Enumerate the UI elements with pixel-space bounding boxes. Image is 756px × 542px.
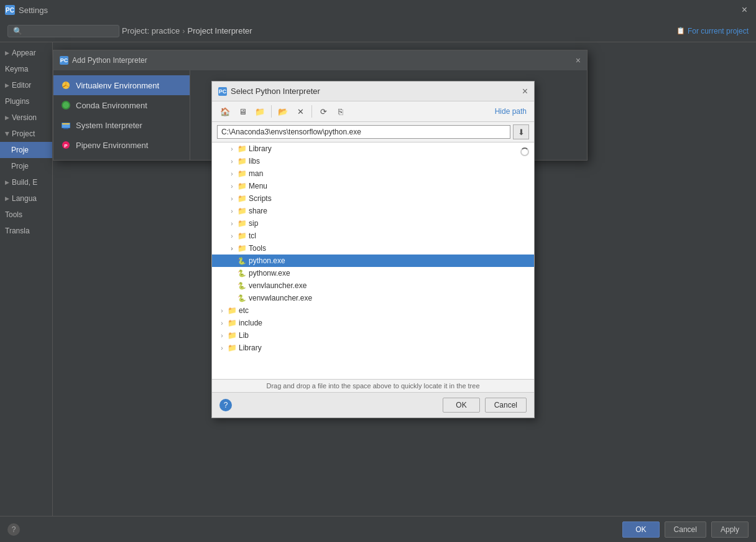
type-conda[interactable]: Conda Environment (53, 95, 190, 115)
tree-item-venvlauncher[interactable]: 🐍 venvlauncher.exe (212, 279, 534, 292)
folder-icon: 📁 (227, 318, 237, 328)
sidebar-item-transla[interactable]: Transla (0, 223, 52, 239)
tree-toggle-sip[interactable]: › (227, 218, 237, 228)
tree-toggle-libs[interactable]: › (227, 156, 237, 166)
bottom-bar: ? OK Cancel Apply (0, 516, 756, 542)
pipenv-icon: P (61, 140, 71, 150)
tree-item-library2[interactable]: › 📁 Library (212, 342, 534, 354)
sidebar-item-proje-active[interactable]: Proje (0, 142, 52, 158)
tree-label-libs: libs (249, 157, 534, 166)
tree-item-menu[interactable]: › 📁 Menu (212, 180, 534, 192)
add-interpreter-close-button[interactable]: × (576, 55, 581, 65)
sidebar-item-appear[interactable]: ▶ Appear (0, 45, 52, 61)
tree-toggle-library[interactable]: › (227, 144, 237, 154)
tree-item-tcl[interactable]: › 📁 tcl (212, 230, 534, 242)
dialog-help-button[interactable]: ? (219, 399, 232, 411)
toolbar-refresh-button[interactable]: ⟳ (315, 104, 331, 119)
tree-label-library2: Library (239, 343, 534, 352)
help-button[interactable]: ? (7, 523, 20, 536)
toolbar-copy-button[interactable]: ⎘ (333, 104, 349, 119)
tree-toggle-include[interactable]: › (217, 318, 227, 328)
sidebar-item-version[interactable]: ▶ Version (0, 110, 52, 126)
toolbar-separator-1 (271, 105, 272, 118)
sidebar-item-build[interactable]: ▶ Build, E (0, 174, 52, 190)
dialog-download-button[interactable]: ⬇ (513, 124, 529, 139)
sidebar-item-tools[interactable]: Tools (0, 207, 52, 223)
tree-item-pythonwexe[interactable]: 🐍 pythonw.exe (212, 267, 534, 279)
tree-item-man[interactable]: › 📁 man (212, 167, 534, 180)
folder-icon: 📁 (237, 231, 247, 241)
file-tree[interactable]: › 📁 Library › 📁 libs › 📁 man › 📁 Menu › … (212, 143, 534, 379)
sidebar-item-editor[interactable]: ▶ Editor (0, 77, 52, 93)
tree-label-man: man (249, 169, 534, 178)
folder-icon: 📁 (227, 343, 237, 353)
add-interpreter-title: Add Python Interpreter (72, 56, 147, 65)
tree-item-pythonexe[interactable]: 🐍 python.exe (212, 255, 534, 267)
tree-item-include[interactable]: › 📁 include (212, 317, 534, 329)
tree-item-venvwlauncher[interactable]: 🐍 venvwlauncher.exe (212, 292, 534, 304)
virtualenv-icon (61, 80, 71, 90)
tree-item-share[interactable]: › 📁 share (212, 205, 534, 217)
type-system[interactable]: System Interpreter (53, 115, 190, 135)
bottom-ok-button[interactable]: OK (622, 521, 659, 538)
dialog-buttons: ? OK Cancel (212, 392, 534, 418)
titlebar-left: PC Settings (5, 5, 48, 15)
titlebar-close-button[interactable]: × (738, 3, 751, 17)
type-virtualenv[interactable]: Virtualenv Environment (53, 75, 190, 95)
folder-icon: 📁 (227, 330, 237, 340)
tree-toggle-scripts[interactable]: › (227, 194, 237, 203)
type-pipenv[interactable]: P Pipenv Environment (53, 135, 190, 155)
sidebar: ▶ Appear Keyma ▶ Editor Plugins ▶ Versio… (0, 42, 53, 542)
dialog-cancel-button[interactable]: Cancel (485, 398, 527, 413)
tree-item-library[interactable]: › 📁 Library (212, 143, 534, 155)
file-icon-python: 🐍 (237, 256, 247, 266)
sidebar-item-plugins[interactable]: Plugins (0, 93, 52, 110)
tree-toggle-etc[interactable]: › (217, 306, 227, 315)
folder-icon: 📁 (237, 206, 247, 216)
dialog-toolbar: 🏠 🖥 📁 📂 ✕ ⟳ ⎘ Hide path (212, 101, 534, 122)
system-icon (61, 120, 71, 130)
for-current-project-link[interactable]: 📋 For current project (676, 27, 749, 35)
tree-toggle-menu[interactable]: › (227, 181, 237, 191)
sidebar-item-keyma[interactable]: Keyma (0, 61, 52, 77)
bottom-apply-button[interactable]: Apply (711, 521, 749, 538)
tree-item-scripts[interactable]: › 📁 Scripts (212, 192, 534, 205)
breadcrumb-project[interactable]: Project: practice (122, 26, 180, 35)
toolbar-nav-button[interactable]: 📂 (275, 104, 291, 119)
dialog-ok-button[interactable]: OK (443, 398, 479, 413)
tree-item-etc[interactable]: › 📁 etc (212, 304, 534, 317)
tree-label-etc: etc (239, 306, 534, 315)
tree-toggle-tcl[interactable]: › (227, 231, 237, 241)
breadcrumb-section: Project Interpreter (188, 26, 252, 35)
dialog-path-input[interactable] (217, 125, 510, 139)
dialog-close-button[interactable]: × (522, 86, 528, 96)
tree-toggle-man[interactable]: › (227, 169, 237, 179)
add-interpreter-title-left: PC Add Python Interpreter (60, 56, 147, 65)
tree-item-sip[interactable]: › 📁 sip (212, 217, 534, 230)
tree-label-pythonexe: python.exe (249, 256, 534, 265)
tree-item-libs[interactable]: › 📁 libs (212, 155, 534, 167)
toolbar-desktop-button[interactable]: 🖥 (234, 104, 251, 119)
toolbar-home-button[interactable]: 🏠 (217, 104, 233, 119)
bottom-cancel-button[interactable]: Cancel (665, 521, 706, 538)
folder-icon: 📁 (237, 144, 247, 154)
sidebar-item-language[interactable]: ▶ Langua (0, 190, 52, 207)
folder-icon: 📁 (237, 169, 247, 179)
tree-label-library: Library (249, 144, 534, 153)
tree-item-tools[interactable]: › 📁 Tools (212, 242, 534, 255)
tree-item-lib[interactable]: › 📁 Lib (212, 329, 534, 342)
add-interpreter-titlebar: PC Add Python Interpreter × (53, 50, 587, 70)
tree-toggle-library2[interactable]: › (217, 343, 227, 353)
toolbar-folder-button[interactable]: 📁 (252, 104, 268, 119)
folder-icon: 📁 (227, 306, 237, 315)
tree-label-pythonwexe: pythonw.exe (249, 269, 534, 278)
type-pipenv-label: Pipenv Environment (76, 141, 148, 150)
hide-path-button[interactable]: Hide path (492, 106, 529, 117)
sidebar-item-project[interactable]: ▶ Project (0, 126, 52, 142)
sidebar-item-proje-sub[interactable]: Proje (0, 158, 52, 174)
tree-toggle-lib[interactable]: › (217, 330, 227, 340)
toolbar-delete-button[interactable]: ✕ (292, 104, 308, 119)
search-input[interactable] (7, 25, 119, 37)
tree-toggle-tools[interactable]: › (227, 243, 237, 253)
tree-toggle-share[interactable]: › (227, 206, 237, 216)
